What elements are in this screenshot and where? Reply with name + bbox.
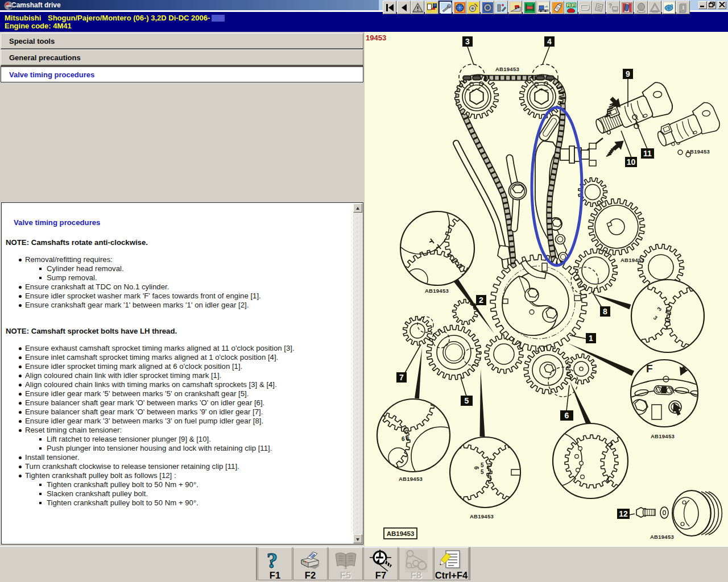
svg-text:AB19453: AB19453 — [650, 534, 674, 540]
svg-text:AB19453: AB19453 — [621, 257, 644, 263]
svg-text:19453: 19453 — [366, 34, 386, 42]
svg-text:1: 1 — [589, 334, 593, 343]
svg-text:F: F — [646, 363, 653, 375]
svg-text:5: 5 — [481, 469, 484, 475]
svg-text:6: 6 — [565, 411, 569, 420]
svg-text:6 6: 6 6 — [402, 436, 410, 442]
svg-text:4: 4 — [547, 37, 552, 46]
svg-text:5: 5 — [481, 462, 484, 468]
svg-text:?: ? — [609, 3, 612, 9]
svg-text:AB19453: AB19453 — [495, 66, 519, 72]
svg-text:5: 5 — [465, 396, 469, 405]
svg-text:0: 0 — [405, 429, 408, 435]
svg-text:3: 3 — [573, 3, 575, 7]
svg-text:12: 12 — [619, 509, 628, 518]
svg-text:AB19453: AB19453 — [686, 148, 710, 155]
svg-text:7: 7 — [399, 373, 404, 382]
svg-text:AB19453: AB19453 — [425, 288, 449, 294]
svg-text:8: 8 — [603, 307, 607, 316]
svg-text:3: 3 — [465, 37, 470, 46]
svg-text:AB19453: AB19453 — [651, 433, 675, 439]
svg-text:11: 11 — [643, 149, 652, 158]
svg-text:10: 10 — [627, 157, 636, 167]
svg-text:AB19453: AB19453 — [399, 476, 423, 482]
svg-text:?: ? — [267, 550, 278, 572]
svg-text:2: 2 — [568, 3, 570, 7]
svg-text:9: 9 — [626, 69, 630, 78]
svg-text:AB19453: AB19453 — [470, 513, 494, 519]
svg-text:2: 2 — [479, 296, 483, 305]
svg-text:9: 9 — [474, 466, 480, 469]
svg-text:AB19453: AB19453 — [387, 530, 415, 537]
